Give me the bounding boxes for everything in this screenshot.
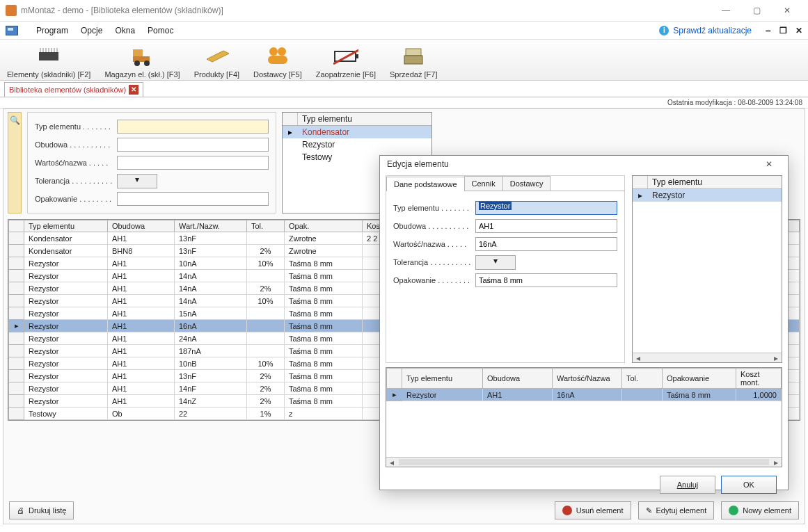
form-tol-select[interactable]: ▾ [475, 255, 516, 270]
titlebar: mMontaż - demo - [Biblioteka elementów (… [0, 0, 808, 21]
update-icon: i [659, 26, 669, 35]
form-pack-label: Opakowanie . . . . . . . . [393, 276, 475, 284]
dialog-cancel-button[interactable]: Anuluj [660, 476, 715, 494]
svg-rect-20 [404, 56, 422, 64]
plus-icon [729, 506, 738, 515]
subgrid-header[interactable]: Typ elementu [402, 369, 483, 389]
dialog-form-panel: Dane podstawowe Cennik Dostawcy Typ elem… [386, 175, 625, 363]
form-value-label: Wartość/nazwa . . . . . [393, 240, 475, 248]
subgrid-header[interactable]: Opakowanie [663, 369, 736, 389]
toolbtn-supply[interactable]: Zaopatrzenie [F6] [309, 42, 383, 79]
dialog-close-button[interactable]: ✕ [757, 156, 781, 172]
menubar: Program Opcje Okna Pomoc i Sprawdź aktua… [0, 21, 808, 39]
svg-point-10 [134, 61, 140, 66]
subgrid-header[interactable]: Obudowa [483, 369, 553, 389]
subgrid-header[interactable]: Koszt mont. [736, 369, 782, 389]
filter-pack-label: Opakowanie . . . . . . . . [35, 195, 117, 203]
tab-pricing[interactable]: Cennik [464, 176, 503, 191]
dialog-typelist-hscroll[interactable]: ◂▸ [633, 353, 782, 362]
subgrid-row[interactable]: ▸RezystorAH116nATaśma 8 mm1,0000 [387, 389, 782, 401]
form-type-input[interactable]: Rezystor [475, 201, 617, 215]
svg-point-14 [278, 47, 286, 56]
svg-rect-15 [268, 56, 287, 64]
doctab-label: Biblioteka elementów (składników) [9, 86, 126, 94]
new-button[interactable]: Nowy element [721, 501, 799, 519]
mdi-close-button[interactable]: ✕ [795, 26, 802, 35]
subgrid-header[interactable]: Tol. [622, 369, 663, 389]
delete-button[interactable]: Usuń element [555, 501, 631, 519]
filter-pack-input[interactable] [117, 192, 269, 206]
toolbtn-elements[interactable]: Elementy (składniki) [F2] [0, 42, 97, 79]
chip-icon [36, 44, 61, 69]
type-list-row[interactable]: Rezystor [283, 138, 431, 151]
mdi-restore-button[interactable]: ❐ [779, 26, 787, 35]
update-link[interactable]: Sprawdź aktualizacje [673, 26, 752, 35]
type-list-row[interactable]: ▸Kondensator [283, 126, 431, 138]
mdi-icon [6, 26, 18, 35]
doctab-close-icon[interactable]: ✕ [129, 85, 138, 95]
tab-basic[interactable]: Dane podstawowe [386, 177, 465, 191]
dialog-typelist-header: Typ elementu [648, 176, 782, 188]
doctab-library[interactable]: Biblioteka elementów (składników) ✕ [4, 82, 143, 97]
close-button[interactable]: ✕ [772, 0, 802, 21]
battery-icon [333, 44, 358, 69]
dialog-ok-button[interactable]: OK [721, 476, 777, 494]
form-pack-input[interactable] [475, 273, 617, 287]
form-value-input[interactable] [475, 237, 617, 251]
menu-pomoc[interactable]: Pomoc [148, 26, 173, 35]
toolbtn-suppliers[interactable]: Dostawcy [F5] [246, 42, 309, 79]
print-button[interactable]: 🖨 Drukuj listę [9, 501, 74, 519]
cashreg-icon [401, 44, 426, 69]
pencil-icon: ✎ [646, 506, 652, 515]
toolbtn-warehouse[interactable]: Magazyn el. (skł.) [F3] [97, 42, 187, 79]
dialog-tabs: Dane podstawowe Cennik Dostawcy [386, 176, 624, 191]
minimize-button[interactable]: — [711, 0, 741, 21]
table-header[interactable]: Obudowa [108, 220, 175, 232]
search-strip[interactable]: 🔍 [8, 112, 22, 213]
maximize-button[interactable]: ▢ [741, 0, 772, 21]
svg-point-13 [269, 47, 278, 56]
document-tabs: Biblioteka elementów (składników) ✕ [0, 81, 808, 97]
form-tol-label: Tolerancja . . . . . . . . . . [393, 258, 475, 266]
table-header[interactable]: Wart./Nazw. [175, 220, 247, 232]
table-header[interactable]: Typ elementu [24, 220, 108, 232]
tab-suppliers[interactable]: Dostawcy [502, 176, 551, 191]
menu-opcje[interactable]: Opcje [81, 26, 102, 35]
filter-type-input[interactable] [117, 120, 269, 134]
window-title: mMontaż - demo - [Biblioteka elementów (… [21, 6, 223, 15]
type-list-header: Typ elementu [298, 113, 431, 125]
form-type-label: Typ elementu . . . . . . . [393, 204, 475, 212]
toolbtn-sales[interactable]: Sprzedaż [F7] [383, 42, 444, 79]
printer-icon: 🖨 [17, 506, 24, 515]
table-header[interactable]: Tol. [247, 220, 285, 232]
workarea: 🔍 Typ elementu . . . . . . . Obudowa . .… [3, 108, 805, 524]
menu-okna[interactable]: Okna [115, 26, 135, 35]
dialog-typelist-row: Rezystor [648, 191, 782, 200]
filter-panel: Typ elementu . . . . . . . Obudowa . . .… [27, 112, 276, 213]
people-icon [265, 44, 290, 69]
svg-rect-8 [133, 49, 143, 56]
edit-dialog: Edycja elementu ✕ Dane podstawowe Cennik… [379, 155, 789, 490]
filter-type-label: Typ elementu . . . . . . . [35, 122, 117, 131]
form-case-label: Obudowa . . . . . . . . . . [393, 222, 475, 230]
dialog-subgrid[interactable]: Typ elementuObudowaWartość/NazwaTol.Opak… [386, 367, 782, 467]
svg-point-11 [144, 61, 150, 66]
dialog-title: Edycja elementu [387, 159, 449, 169]
subgrid-header[interactable]: Wartość/Nazwa [553, 369, 622, 389]
filter-case-input[interactable] [117, 138, 269, 152]
menu-program[interactable]: Program [36, 26, 68, 35]
toolbtn-products[interactable]: Produkty [F4] [187, 42, 246, 79]
form-case-input[interactable] [475, 219, 617, 233]
filter-value-label: Wartość/nazwa . . . . . [35, 159, 117, 167]
toolstrip: Elementy (składniki) [F2] Magazyn el. (s… [0, 39, 808, 81]
edit-button[interactable]: ✎ Edytuj element [638, 501, 715, 519]
dialog-type-list[interactable]: Typ elementu ▸Rezystor ◂▸ [632, 175, 782, 363]
dialog-subgrid-hscroll[interactable]: ◂▸ [386, 457, 782, 467]
filter-value-input[interactable] [117, 156, 269, 170]
table-header[interactable]: Opak. [285, 220, 363, 232]
filter-tol-select[interactable]: ▾ [117, 174, 157, 188]
last-modified: Ostatnia modyfikacja : 08-08-2009 13:24:… [667, 99, 802, 106]
mdi-minimize-button[interactable]: ‒ [766, 26, 771, 35]
filter-case-label: Obudowa . . . . . . . . . . [35, 140, 117, 149]
card-icon [204, 44, 229, 69]
